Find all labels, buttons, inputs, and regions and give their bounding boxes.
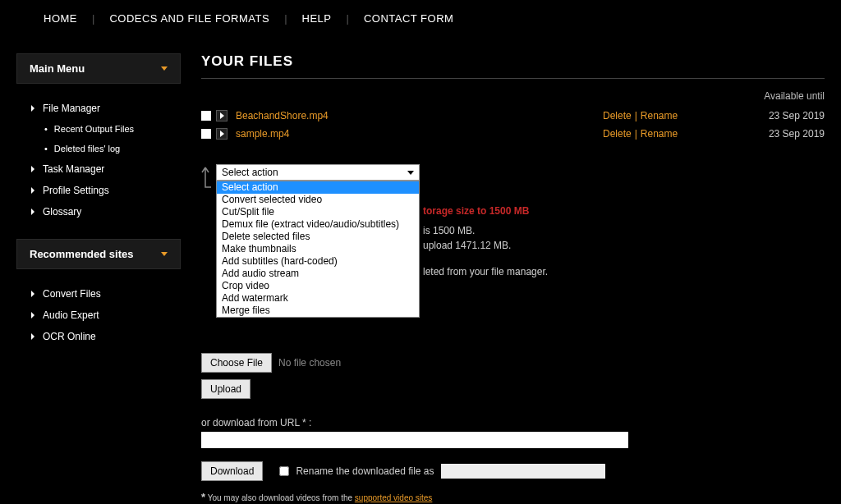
caret-right-icon	[31, 291, 34, 297]
rename-link[interactable]: Rename	[641, 110, 678, 121]
file-name[interactable]: sample.mp4	[236, 128, 603, 140]
sidebar-item-convert-files[interactable]: Convert Files	[31, 283, 181, 305]
sidebar-item-deleted-log[interactable]: Deleted files' log	[44, 139, 181, 158]
nav-help[interactable]: HELP	[287, 12, 347, 25]
file-row: BeachandShore.mp4 Delete | Rename 23 Sep…	[201, 107, 825, 125]
caret-right-icon	[31, 187, 34, 194]
main-menu-list: File Manager Recent Output Files Deleted…	[16, 94, 181, 239]
file-name[interactable]: BeachandShore.mp4	[236, 110, 603, 121]
url-label: or download from URL * :	[201, 417, 825, 428]
sidebar-item-audio-expert[interactable]: Audio Expert	[31, 305, 181, 326]
caret-right-icon	[31, 312, 34, 318]
rename-link[interactable]: Rename	[641, 128, 678, 140]
available-until-label: Available until	[201, 90, 825, 102]
dropdown-option[interactable]: Add subtitles (hard-coded)	[217, 255, 419, 268]
choose-file-button[interactable]: Choose File	[201, 353, 272, 373]
action-select[interactable]: Select action	[216, 164, 420, 181]
delete-link[interactable]: Delete	[603, 128, 632, 140]
dropdown-option[interactable]: Add audio stream	[217, 268, 419, 280]
upload-section: Choose File No file chosen Upload or dow…	[201, 353, 825, 503]
recommended-list: Convert Files Audio Expert OCR Online	[16, 279, 181, 364]
recommended-header[interactable]: Recommended sites	[16, 239, 181, 269]
file-date: 23 Sep 2019	[751, 128, 825, 140]
delete-link[interactable]: Delete	[603, 110, 632, 121]
chevron-down-icon	[161, 66, 168, 71]
caret-right-icon	[31, 105, 34, 112]
top-nav: HOME | CODECS AND FILE FORMATS | HELP | …	[0, 0, 841, 37]
recommended-label: Recommended sites	[30, 248, 133, 260]
caret-right-icon	[31, 208, 34, 215]
file-date: 23 Sep 2019	[751, 110, 825, 121]
file-checkbox[interactable]	[201, 129, 211, 139]
caret-right-icon	[31, 333, 34, 340]
main-menu-header[interactable]: Main Menu	[16, 53, 181, 84]
action-dropdown: Select action Convert selected video Cut…	[216, 181, 420, 318]
dropdown-option[interactable]: Make thumbnails	[217, 243, 419, 255]
page-title: YOUR FILES	[201, 53, 825, 79]
dropdown-option[interactable]: Crop video	[217, 280, 419, 292]
sidebar-item-glossary[interactable]: Glossary	[31, 201, 181, 222]
sidebar-item-file-manager[interactable]: File Manager	[31, 98, 181, 119]
arrow-up-icon	[200, 166, 211, 193]
play-icon[interactable]	[216, 110, 227, 121]
dropdown-option[interactable]: Add watermark	[217, 292, 419, 305]
sidebar-item-recent-output[interactable]: Recent Output Files	[44, 119, 181, 139]
sidebar: Main Menu File Manager Recent Output Fil…	[16, 53, 181, 503]
rename-checkbox[interactable]	[279, 466, 289, 476]
caret-right-icon	[31, 166, 34, 172]
nav-contact[interactable]: CONTACT FORM	[349, 12, 469, 25]
no-file-label: No file chosen	[278, 357, 341, 369]
file-checkbox[interactable]	[201, 111, 211, 121]
dropdown-option[interactable]: Convert selected video	[217, 194, 419, 206]
footnote: * You may also download videos from the …	[201, 491, 825, 503]
url-input[interactable]	[201, 432, 628, 448]
upload-button[interactable]: Upload	[201, 379, 250, 399]
dropdown-option[interactable]: Select action	[217, 181, 419, 194]
dropdown-option[interactable]: Demux file (extract video/audio/subtitle…	[217, 218, 419, 231]
file-row: sample.mp4 Delete | Rename 23 Sep 2019	[201, 125, 825, 143]
main-menu-label: Main Menu	[30, 62, 85, 75]
main-content: YOUR FILES Available until BeachandShore…	[181, 53, 825, 503]
nav-codecs[interactable]: CODECS AND FILE FORMATS	[94, 12, 284, 25]
sidebar-item-ocr-online[interactable]: OCR Online	[31, 326, 181, 347]
nav-home[interactable]: HOME	[29, 12, 92, 25]
select-action-area: Select action Select action Convert sele…	[201, 164, 825, 181]
play-icon[interactable]	[216, 128, 227, 140]
select-value: Select action	[222, 167, 278, 178]
sidebar-item-profile-settings[interactable]: Profile Settings	[31, 180, 181, 201]
rename-label: Rename the downloaded file as	[296, 465, 434, 477]
dropdown-option[interactable]: Delete selected files	[217, 231, 419, 243]
chevron-down-icon	[407, 171, 414, 175]
sidebar-item-task-manager[interactable]: Task Manager	[31, 158, 181, 180]
dropdown-option[interactable]: Cut/Split file	[217, 206, 419, 218]
rename-input[interactable]	[441, 464, 605, 479]
dropdown-option[interactable]: Merge files	[217, 305, 419, 317]
supported-sites-link[interactable]: supported video sites	[355, 493, 433, 502]
download-button[interactable]: Download	[201, 461, 263, 481]
chevron-down-icon	[161, 252, 168, 256]
